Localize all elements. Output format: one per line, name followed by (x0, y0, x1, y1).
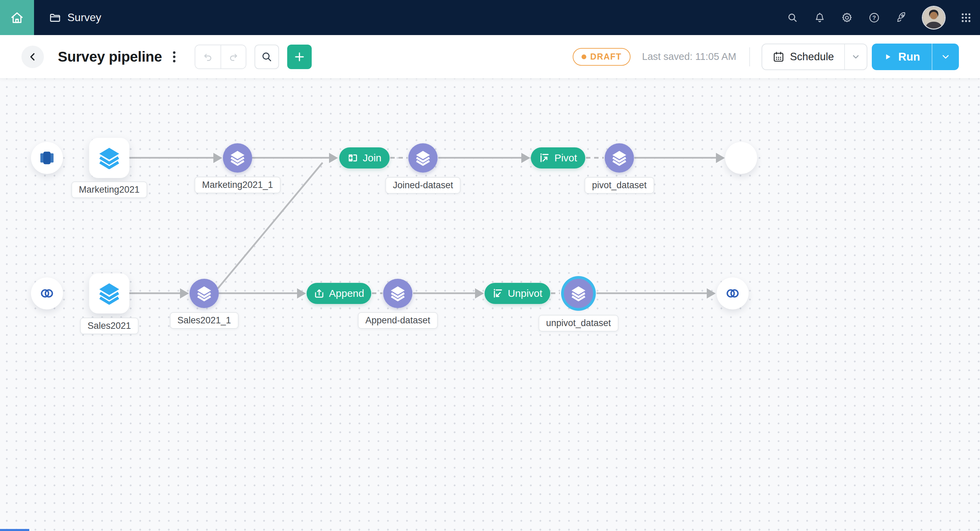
edge-sales2021-to-sales2021-1 (129, 292, 180, 294)
run-button[interactable]: Run (872, 43, 959, 70)
redshift-icon (38, 149, 56, 167)
home-button[interactable] (0, 0, 34, 35)
kebab-icon (167, 50, 181, 64)
calendar-icon (772, 51, 785, 63)
schedule-main[interactable]: Schedule (762, 44, 844, 69)
folder-icon (49, 11, 61, 24)
source-node-zoho-crm[interactable] (31, 277, 63, 309)
pipeline-canvas[interactable]: Join Pivot Append Unpivot Marketing2021 … (0, 79, 980, 531)
transform-label: Pivot (554, 152, 577, 164)
chevron-down-icon (940, 52, 951, 62)
schedule-button[interactable]: Schedule (762, 43, 867, 70)
last-saved-text: Last saved: 11:05 AM (642, 51, 737, 62)
schedule-label: Schedule (790, 51, 834, 63)
undo-icon (202, 51, 213, 62)
crm-link-icon (39, 285, 55, 301)
layers-icon (571, 285, 586, 301)
edge-append-to-append-dataset (372, 292, 382, 294)
node-label-unpivot-dataset[interactable]: unpivot_dataset (539, 315, 619, 332)
edge-pivot-dataset-to-destination (634, 157, 716, 159)
transform-label: Join (363, 152, 382, 164)
source-node-redshift[interactable] (31, 142, 63, 174)
status-badge: DRAFT (573, 48, 630, 66)
node-label-sales2021[interactable]: Sales2021 (80, 317, 138, 334)
crm-link-icon (725, 285, 740, 301)
transform-node-pivot[interactable]: Pivot (531, 147, 585, 169)
run-label: Run (898, 50, 920, 63)
node-label-append-dataset[interactable]: Append-dataset (358, 312, 438, 329)
status-dot (582, 54, 586, 59)
node-label-joined-dataset[interactable]: Joined-dataset (385, 177, 460, 194)
layers-icon (98, 282, 121, 305)
arrowhead (213, 153, 222, 163)
workspace-breadcrumb[interactable]: Survey (49, 11, 102, 24)
transform-node-append[interactable]: Append (307, 283, 371, 304)
pivot-icon (539, 153, 550, 163)
node-label-pivot-dataset[interactable]: pivot_dataset (585, 177, 654, 194)
destination-node-zoho-crm[interactable] (717, 277, 749, 309)
search-icon (261, 51, 273, 63)
undo-redo-group (195, 45, 247, 69)
redo-button[interactable] (221, 45, 246, 69)
run-main[interactable]: Run (872, 43, 932, 70)
layers-icon (415, 150, 431, 166)
run-dropdown[interactable] (932, 43, 959, 70)
transform-node-unpivot[interactable]: Unpivot (485, 283, 550, 304)
dataset-node-joined-dataset[interactable] (408, 143, 438, 172)
redo-icon (228, 51, 239, 62)
status-text: DRAFT (590, 52, 622, 62)
edge-unpivot-to-unpivot-dataset (551, 292, 560, 294)
join-icon (347, 153, 358, 163)
avatar[interactable] (923, 7, 945, 29)
edge-joined-dataset-to-pivot (438, 157, 521, 159)
transform-node-join[interactable]: Join (339, 147, 390, 169)
undo-button[interactable] (195, 45, 221, 69)
page-title: Survey pipeline (58, 49, 162, 65)
layers-icon (611, 150, 627, 166)
layers-icon (196, 285, 212, 301)
arrowhead (475, 288, 484, 298)
dataset-node-append-dataset[interactable] (383, 279, 412, 308)
edge-marketing2021-to-marketing2021-1 (129, 157, 213, 159)
search-icon[interactable] (787, 12, 798, 24)
workspace-name: Survey (67, 11, 102, 24)
add-node-button[interactable] (287, 45, 312, 69)
toolbar-divider (749, 47, 750, 66)
edge-join-to-joined-dataset (390, 157, 407, 159)
dataset-node-sales2021[interactable] (89, 273, 129, 314)
edge-sales2021-1-to-append (219, 292, 297, 294)
top-navbar: Survey (0, 0, 980, 35)
dataset-node-unpivot-dataset-selected[interactable] (564, 279, 593, 308)
schedule-dropdown[interactable] (844, 44, 867, 69)
home-icon (10, 10, 24, 25)
bottom-left-widget (0, 529, 29, 531)
arrowhead (329, 153, 338, 163)
chevron-down-icon (851, 52, 861, 62)
plus-icon (293, 51, 305, 63)
more-options-button[interactable] (167, 50, 181, 64)
node-label-marketing2021[interactable]: Marketing2021 (72, 182, 147, 198)
destination-node-database[interactable] (725, 142, 757, 174)
navbar-actions (787, 7, 980, 29)
dataset-node-pivot-dataset[interactable] (605, 143, 634, 172)
help-icon[interactable] (869, 12, 880, 24)
dataset-node-sales2021-1[interactable] (189, 279, 219, 308)
node-label-marketing2021-1[interactable]: Marketing2021_1 (195, 177, 281, 193)
layers-icon (230, 150, 245, 166)
rocket-icon[interactable] (896, 12, 907, 24)
dataset-node-marketing2021-1[interactable] (223, 143, 252, 172)
play-icon (883, 53, 892, 61)
dataset-node-marketing2021[interactable] (89, 138, 129, 178)
pipeline-toolbar: Survey pipeline DRAFT Last saved: 11:05 … (0, 35, 980, 79)
canvas-search-button[interactable] (255, 45, 279, 69)
edge-append-dataset-to-unpivot (413, 292, 475, 294)
back-button[interactable] (21, 46, 44, 68)
database-icon (732, 149, 750, 167)
arrowhead (521, 153, 530, 163)
gear-icon[interactable] (841, 12, 853, 24)
append-icon (314, 288, 325, 299)
bell-icon[interactable] (814, 12, 826, 24)
node-label-sales2021-1[interactable]: Sales2021_1 (170, 312, 239, 329)
apps-grid-icon[interactable] (960, 12, 972, 24)
arrowhead (716, 153, 725, 163)
